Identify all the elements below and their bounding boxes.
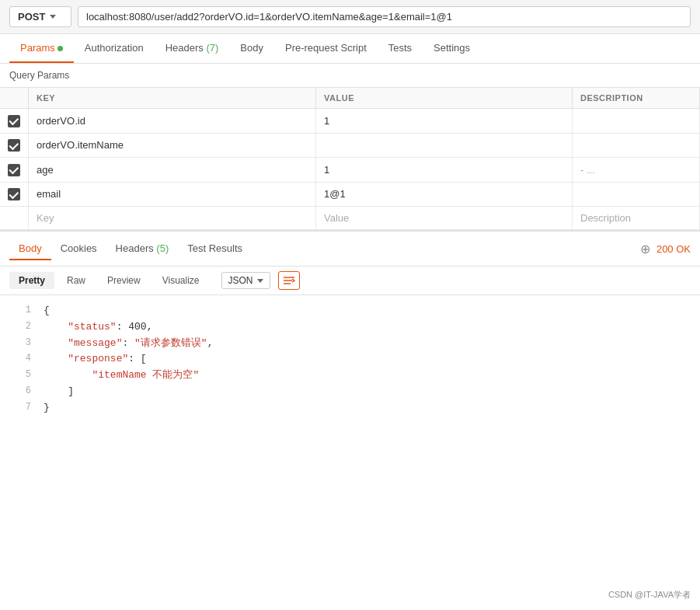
line-content: "message": "请求参数错误",: [44, 336, 213, 352]
checkbox-icon[interactable]: [8, 139, 20, 152]
res-tab-cookies[interactable]: Cookies: [51, 238, 106, 260]
desc-cell[interactable]: [573, 109, 700, 134]
tab-headers[interactable]: Headers (7): [155, 34, 230, 63]
col-header-desc: DESCRIPTION: [573, 88, 700, 109]
tab-body[interactable]: Body: [229, 34, 274, 63]
format-type-label: JSON: [228, 275, 253, 286]
tab-settings[interactable]: Settings: [423, 34, 481, 63]
col-header-check: [0, 88, 29, 109]
table-row: orderVO.itemName: [0, 133, 700, 158]
chevron-down-icon: [50, 15, 56, 19]
format-bar: Pretty Raw Preview Visualize JSON: [0, 267, 700, 295]
checkbox-cell[interactable]: [0, 158, 29, 183]
json-body: 1{2 "status": 400,3 "message": "请求参数错误",…: [0, 295, 700, 424]
checkbox-cell[interactable]: [0, 109, 29, 134]
status-text: 200 OK: [656, 243, 691, 255]
table-row: email 1@1: [0, 182, 700, 207]
desc-cell[interactable]: Description: [573, 207, 700, 230]
json-line: 3 "message": "请求参数错误",: [12, 336, 688, 352]
json-line: 2 "status": 400,: [12, 319, 688, 336]
format-select[interactable]: JSON: [221, 272, 270, 289]
desc-cell[interactable]: [573, 133, 700, 158]
line-content: "response": [: [44, 351, 147, 368]
tab-authorization[interactable]: Authorization: [74, 34, 155, 63]
res-tab-headers[interactable]: Headers (5): [106, 238, 179, 260]
col-header-key: KEY: [29, 88, 316, 109]
desc-cell[interactable]: [573, 182, 700, 207]
line-content: ]: [44, 384, 74, 400]
line-number: 1: [12, 303, 31, 319]
value-cell[interactable]: 1@1: [316, 182, 573, 207]
format-chevron-icon: [257, 279, 263, 283]
col-header-value: VALUE: [316, 88, 573, 109]
line-content: {: [44, 303, 50, 319]
params-active-dot: [57, 46, 63, 51]
json-line: 6 ]: [12, 384, 688, 400]
line-number: 4: [12, 351, 31, 368]
key-cell[interactable]: orderVO.id: [29, 109, 316, 134]
value-cell[interactable]: 1: [316, 109, 573, 134]
headers-badge: (7): [206, 42, 218, 54]
format-btn-pretty[interactable]: Pretty: [9, 272, 54, 289]
response-bar: Body Cookies Headers (5) Test Results ⊕ …: [0, 230, 700, 267]
key-cell[interactable]: Key: [29, 207, 316, 230]
checkbox-cell[interactable]: [0, 182, 29, 207]
checkbox-icon[interactable]: [8, 164, 20, 176]
res-tab-body[interactable]: Body: [9, 238, 51, 260]
table-row: orderVO.id 1: [0, 109, 700, 134]
method-select[interactable]: POST: [9, 6, 71, 27]
tab-params[interactable]: Params: [9, 34, 74, 63]
line-number: 7: [12, 400, 31, 417]
line-number: 3: [12, 336, 31, 352]
status-indicator: ⊕ 200 OK: [640, 242, 691, 256]
query-params-label: Query Params: [0, 64, 700, 87]
table-row: age 1 - ...: [0, 158, 700, 183]
checkbox-icon[interactable]: [8, 188, 20, 200]
json-line: 4 "response": [: [12, 351, 688, 368]
value-cell[interactable]: Value: [316, 207, 573, 230]
line-number: 5: [12, 368, 31, 384]
format-btn-visualize[interactable]: Visualize: [153, 272, 209, 289]
key-cell[interactable]: email: [29, 182, 316, 207]
checkbox-cell[interactable]: [0, 133, 29, 158]
params-table: KEY VALUE DESCRIPTION orderVO.id 1 order…: [0, 87, 700, 230]
tab-pre-request[interactable]: Pre-request Script: [274, 34, 378, 63]
value-cell[interactable]: 1: [316, 158, 573, 183]
globe-icon: ⊕: [640, 242, 650, 256]
method-label: POST: [18, 11, 45, 23]
line-content: }: [44, 400, 50, 417]
line-number: 6: [12, 384, 31, 400]
wrap-button[interactable]: [278, 271, 300, 290]
tab-tests[interactable]: Tests: [378, 34, 423, 63]
url-input[interactable]: [78, 6, 691, 27]
url-bar: POST: [0, 0, 700, 34]
wrap-icon: [283, 275, 295, 286]
key-cell[interactable]: orderVO.itemName: [29, 133, 316, 158]
res-headers-badge: (5): [156, 242, 169, 254]
res-tab-test-results[interactable]: Test Results: [178, 238, 252, 260]
watermark: CSDN @IT-JAVA学者: [608, 589, 691, 601]
desc-cell[interactable]: - ...: [573, 158, 700, 183]
format-btn-preview[interactable]: Preview: [98, 272, 150, 289]
line-number: 2: [12, 319, 31, 336]
table-row: Key Value Description: [0, 207, 700, 230]
json-line: 7}: [12, 400, 688, 417]
json-line: 1{: [12, 303, 688, 319]
checkbox-cell[interactable]: [0, 207, 29, 230]
value-cell[interactable]: [316, 133, 573, 158]
format-btn-raw[interactable]: Raw: [57, 272, 95, 289]
json-line: 5 "itemName 不能为空": [12, 368, 688, 384]
checkbox-icon[interactable]: [8, 115, 20, 127]
request-tabs: Params Authorization Headers (7) Body Pr…: [0, 34, 700, 64]
line-content: "itemName 不能为空": [44, 368, 199, 384]
line-content: "status": 400,: [44, 319, 152, 336]
key-cell[interactable]: age: [29, 158, 316, 183]
